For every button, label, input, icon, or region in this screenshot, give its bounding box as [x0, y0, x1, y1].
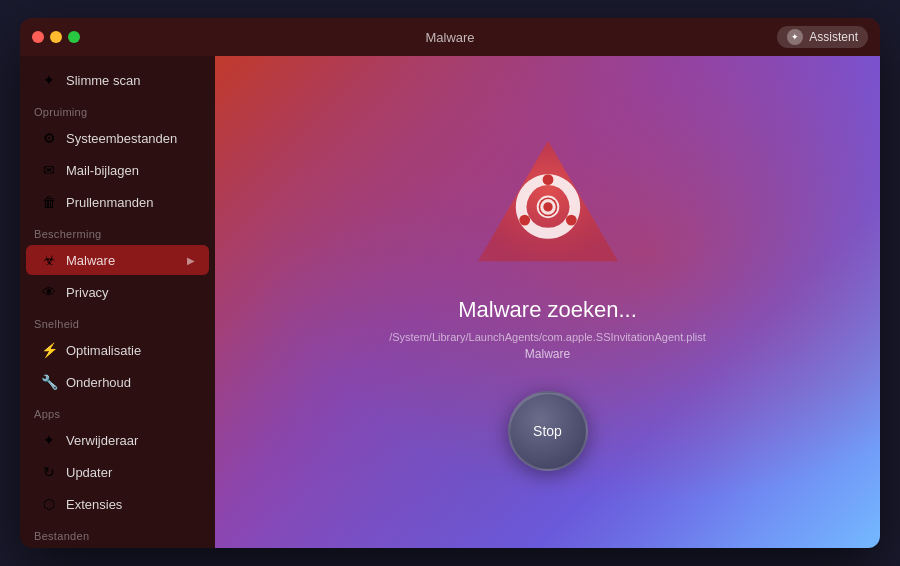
mail-bijlagen-icon: ✉	[40, 161, 58, 179]
biohazard-triangle-icon	[468, 133, 628, 273]
svg-point-1	[542, 174, 553, 185]
main-layout: ✦ Slimme scan Opruiming ⚙ Systeembestand…	[20, 56, 880, 548]
scan-path: /System/Library/LaunchAgents/com.apple.S…	[389, 331, 706, 343]
malware-icon: ☣	[40, 251, 58, 269]
sidebar-item-malware[interactable]: ☣ Malware ▶	[26, 245, 209, 275]
sidebar-item-mail-bijlagen[interactable]: ✉ Mail-bijlagen	[26, 155, 209, 185]
sidebar-item-ruimtezoeker[interactable]: ◎ Ruimtezoeker	[26, 547, 209, 548]
privacy-label: Privacy	[66, 285, 195, 300]
sidebar-item-optimalisatie[interactable]: ⚡ Optimalisatie	[26, 335, 209, 365]
scan-content-area: Malware zoeken... /System/Library/Launch…	[215, 56, 880, 548]
updater-icon: ↻	[40, 463, 58, 481]
verwijderaar-label: Verwijderaar	[66, 433, 195, 448]
sidebar-item-systeembestanden[interactable]: ⚙ Systeembestanden	[26, 123, 209, 153]
malware-label: Malware	[66, 253, 179, 268]
assistant-icon: ✦	[787, 29, 803, 45]
sidebar-item-privacy[interactable]: 👁 Privacy	[26, 277, 209, 307]
maximize-button[interactable]	[68, 31, 80, 43]
scan-category: Malware	[525, 347, 570, 361]
extensies-icon: ⬡	[40, 495, 58, 513]
scan-title: Malware zoeken...	[458, 297, 637, 323]
svg-point-2	[565, 215, 576, 226]
sidebar-item-slimme-scan[interactable]: ✦ Slimme scan	[26, 65, 209, 95]
stop-button-label: Stop	[533, 423, 562, 439]
assistant-label: Assistent	[809, 30, 858, 44]
section-bescherming: Bescherming	[20, 218, 215, 244]
optimalisatie-icon: ⚡	[40, 341, 58, 359]
privacy-icon: 👁	[40, 283, 58, 301]
onderhoud-icon: 🔧	[40, 373, 58, 391]
window-title: Malware	[425, 30, 474, 45]
section-snelheid: Snelheid	[20, 308, 215, 334]
assistant-button[interactable]: ✦ Assistent	[777, 26, 868, 48]
mail-bijlagen-label: Mail-bijlagen	[66, 163, 195, 178]
sidebar-item-prullenmanden[interactable]: 🗑 Prullenmanden	[26, 187, 209, 217]
prullenmanden-icon: 🗑	[40, 193, 58, 211]
sidebar-item-updater[interactable]: ↻ Updater	[26, 457, 209, 487]
section-opruiming: Opruiming	[20, 96, 215, 122]
sidebar-item-onderhoud[interactable]: 🔧 Onderhoud	[26, 367, 209, 397]
systeembestanden-label: Systeembestanden	[66, 131, 195, 146]
optimalisatie-label: Optimalisatie	[66, 343, 195, 358]
minimize-button[interactable]	[50, 31, 62, 43]
titlebar: Malware ✦ Assistent	[20, 18, 880, 56]
sidebar: ✦ Slimme scan Opruiming ⚙ Systeembestand…	[20, 56, 215, 548]
biohazard-icon-wrapper	[468, 133, 628, 277]
onderhoud-label: Onderhoud	[66, 375, 195, 390]
extensies-label: Extensies	[66, 497, 195, 512]
close-button[interactable]	[32, 31, 44, 43]
stop-button[interactable]: Stop	[508, 391, 588, 471]
sidebar-item-extensies[interactable]: ⬡ Extensies	[26, 489, 209, 519]
sidebar-item-verwijderaar[interactable]: ✦ Verwijderaar	[26, 425, 209, 455]
malware-arrow: ▶	[187, 255, 195, 266]
verwijderaar-icon: ✦	[40, 431, 58, 449]
section-bestanden: Bestanden	[20, 520, 215, 546]
slimme-scan-label: Slimme scan	[66, 73, 195, 88]
systeembestanden-icon: ⚙	[40, 129, 58, 147]
slimme-scan-icon: ✦	[40, 71, 58, 89]
section-apps: Apps	[20, 398, 215, 424]
prullenmanden-label: Prullenmanden	[66, 195, 195, 210]
traffic-lights	[32, 31, 80, 43]
svg-point-3	[519, 215, 530, 226]
app-window: Malware ✦ Assistent ✦ Slimme scan Opruim…	[20, 18, 880, 548]
updater-label: Updater	[66, 465, 195, 480]
